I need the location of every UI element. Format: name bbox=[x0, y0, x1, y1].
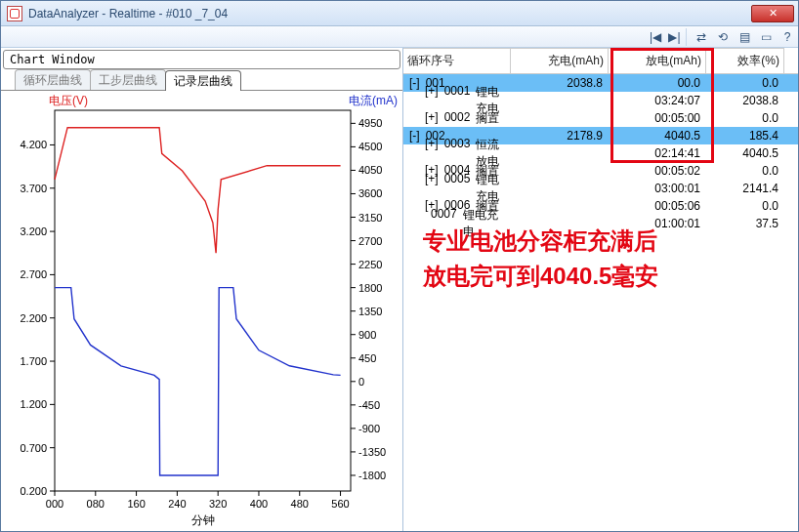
row-effic: 4040.5 bbox=[706, 145, 784, 161]
prev-icon: |◀ bbox=[650, 30, 661, 44]
svg-text:4050: 4050 bbox=[358, 164, 382, 176]
svg-text:3150: 3150 bbox=[358, 212, 382, 224]
row-discharge: 00:05:02 bbox=[609, 163, 706, 179]
svg-text:1.200: 1.200 bbox=[20, 398, 47, 410]
expand-toggle[interactable]: [+] bbox=[425, 110, 439, 127]
header-discharge[interactable]: 放电(mAh) bbox=[609, 48, 706, 73]
annotation: 专业电池分容柜充满后 放电完可到4040.5毫安 bbox=[423, 224, 658, 294]
svg-text:2700: 2700 bbox=[358, 235, 382, 247]
row-discharge: 00.0 bbox=[609, 75, 706, 91]
svg-text:2250: 2250 bbox=[358, 259, 382, 270]
svg-text:4500: 4500 bbox=[358, 141, 382, 152]
svg-text:2.200: 2.200 bbox=[20, 312, 47, 324]
header-cycle[interactable]: 循环序号 bbox=[403, 48, 511, 73]
grid-body[interactable]: [-]0012038.800.00.0[+]0001锂电充电03:24:0720… bbox=[403, 74, 798, 232]
svg-text:900: 900 bbox=[358, 329, 376, 341]
window-title: DataAnalyzer - Realtime - #010 _7_04 bbox=[28, 7, 751, 20]
svg-text:4.200: 4.200 bbox=[20, 139, 47, 150]
svg-text:160: 160 bbox=[127, 498, 145, 510]
row-id: 0002 bbox=[444, 110, 471, 127]
chart-area[interactable]: 000080160240320400480560分钟0.2000.7001.20… bbox=[1, 91, 402, 531]
sync2-button[interactable]: ⟲ bbox=[713, 28, 733, 46]
header-effic[interactable]: 效率(%) bbox=[706, 48, 784, 73]
svg-text:3.200: 3.200 bbox=[20, 225, 47, 237]
help-button[interactable]: ? bbox=[778, 28, 797, 46]
row-discharge: 03:00:01 bbox=[609, 181, 706, 196]
row-effic: 2038.8 bbox=[706, 93, 784, 108]
svg-text:电压(V): 电压(V) bbox=[49, 94, 88, 107]
row-discharge: 03:24:07 bbox=[609, 93, 706, 108]
row-charge bbox=[511, 205, 609, 207]
grid-header: 循环序号 充电(mAh) 放电(mAh) 效率(%) bbox=[403, 48, 798, 74]
row-discharge: 02:14:41 bbox=[609, 145, 706, 161]
annotation-line1: 专业电池分容柜充满后 bbox=[423, 224, 658, 259]
row-discharge: 00:05:06 bbox=[609, 198, 706, 214]
svg-text:-450: -450 bbox=[358, 399, 380, 411]
svg-text:3.700: 3.700 bbox=[20, 183, 47, 194]
tab-record-curve[interactable]: 记录层曲线 bbox=[165, 70, 241, 91]
svg-text:-1800: -1800 bbox=[358, 470, 386, 481]
sync1-button[interactable]: ⇄ bbox=[692, 28, 711, 46]
svg-text:480: 480 bbox=[291, 498, 309, 510]
row-charge bbox=[511, 187, 609, 189]
expand-icon: ▤ bbox=[739, 30, 750, 44]
svg-text:2.700: 2.700 bbox=[20, 268, 47, 280]
help-icon: ? bbox=[784, 30, 791, 44]
collapse-button[interactable]: ▭ bbox=[756, 28, 776, 46]
tab-cycle-curve[interactable]: 循环层曲线 bbox=[15, 69, 91, 90]
svg-text:-900: -900 bbox=[358, 423, 380, 434]
svg-text:560: 560 bbox=[331, 498, 349, 510]
row-effic: 37.5 bbox=[706, 216, 784, 231]
svg-text:080: 080 bbox=[87, 498, 105, 510]
prev-record-button[interactable]: |◀ bbox=[646, 28, 665, 46]
expand-button[interactable]: ▤ bbox=[735, 28, 754, 46]
svg-text:1350: 1350 bbox=[358, 306, 382, 317]
svg-text:320: 320 bbox=[209, 498, 227, 510]
titlebar: DataAnalyzer - Realtime - #010 _7_04 ✕ bbox=[1, 1, 798, 26]
grid-row[interactable]: [+]0005锂电充电03:00:012141.4 bbox=[403, 180, 798, 197]
row-discharge: 4040.5 bbox=[609, 128, 706, 143]
svg-text:0.700: 0.700 bbox=[20, 442, 47, 454]
svg-text:450: 450 bbox=[358, 352, 376, 364]
row-charge: 2178.9 bbox=[511, 128, 609, 143]
close-button[interactable]: ✕ bbox=[751, 5, 794, 22]
svg-text:1800: 1800 bbox=[358, 282, 382, 294]
svg-text:0.200: 0.200 bbox=[20, 485, 47, 497]
svg-rect-0 bbox=[55, 110, 351, 491]
next-record-button[interactable]: ▶| bbox=[667, 28, 687, 46]
svg-text:电流(mA): 电流(mA) bbox=[349, 94, 398, 107]
row-effic: 0.0 bbox=[706, 163, 784, 179]
grid-row[interactable]: [+]0002搁置00:05:000.0 bbox=[403, 109, 798, 127]
row-effic: 185.4 bbox=[706, 128, 784, 143]
svg-text:1.700: 1.700 bbox=[20, 355, 47, 367]
sync-icon: ⇄ bbox=[696, 30, 706, 44]
svg-text:000: 000 bbox=[46, 498, 63, 510]
row-desc: 搁置 bbox=[476, 110, 499, 127]
toolbar: |◀ ▶| ⇄ ⟲ ▤ ▭ ? bbox=[1, 26, 798, 48]
annotation-line2: 放电完可到4040.5毫安 bbox=[423, 259, 658, 294]
chart-tabs: 循环层曲线 工步层曲线 记录层曲线 bbox=[1, 71, 402, 91]
grid-row[interactable]: [+]0001锂电充电03:24:072038.8 bbox=[403, 92, 798, 109]
row-discharge: 00:05:00 bbox=[609, 110, 706, 126]
tab-step-curve[interactable]: 工步层曲线 bbox=[90, 69, 166, 90]
chart-panel: Chart Window 循环层曲线 工步层曲线 记录层曲线 000080160… bbox=[1, 48, 403, 531]
app-icon bbox=[7, 6, 22, 21]
row-charge bbox=[511, 117, 609, 119]
svg-text:240: 240 bbox=[168, 498, 186, 510]
row-charge bbox=[511, 152, 609, 154]
row-charge bbox=[511, 100, 609, 102]
svg-text:分钟: 分钟 bbox=[191, 513, 215, 527]
close-icon: ✕ bbox=[769, 7, 778, 20]
row-charge: 2038.8 bbox=[511, 75, 609, 91]
chart-window-title: Chart Window bbox=[3, 50, 400, 69]
header-charge[interactable]: 充电(mAh) bbox=[511, 48, 609, 73]
row-charge bbox=[511, 170, 609, 172]
grid-row[interactable]: [+]0003恒流放电02:14:414040.5 bbox=[403, 144, 798, 162]
data-panel: 循环序号 充电(mAh) 放电(mAh) 效率(%) [-]0012038.80… bbox=[403, 48, 798, 531]
svg-text:400: 400 bbox=[250, 498, 268, 510]
next-icon: ▶| bbox=[668, 30, 680, 44]
collapse-icon: ▭ bbox=[761, 30, 772, 44]
svg-text:4950: 4950 bbox=[358, 117, 382, 129]
refresh-icon: ⟲ bbox=[718, 30, 728, 44]
svg-text:0: 0 bbox=[358, 376, 364, 388]
